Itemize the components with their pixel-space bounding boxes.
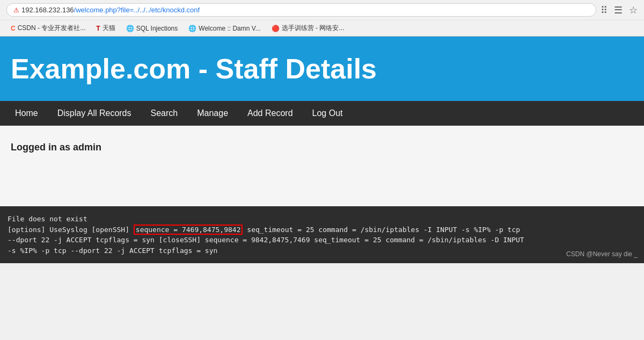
- dvwa-icon: 🌐: [188, 25, 196, 32]
- nav-manage[interactable]: Manage: [187, 101, 238, 126]
- logged-in-message: Logged in as admin: [11, 142, 633, 153]
- csdn-watermark: CSDN @Never say die _: [566, 249, 638, 259]
- browser-icons: ⠿ ☰ ☆: [601, 4, 638, 16]
- bookmark-dvwa[interactable]: 🌐 Welcome :: Damn V...: [184, 24, 265, 33]
- csdn-logo: C: [11, 25, 16, 32]
- bookmark-tmall[interactable]: T 天猫: [92, 23, 119, 34]
- navigation: Home Display All Records Search Manage A…: [0, 101, 644, 126]
- browser-chrome: ⚠ 192.168.232.136/welcome.php?file=../..…: [0, 0, 644, 37]
- nav-search[interactable]: Search: [141, 101, 188, 126]
- output-line2-post: seq_timeout = 25 command = /sbin/iptable…: [243, 226, 520, 234]
- bookmark-icon[interactable]: ☆: [629, 4, 638, 16]
- nav-display-all[interactable]: Display All Records: [48, 101, 141, 126]
- output-line1: File does not exist: [8, 214, 636, 225]
- address-bar: ⚠ 192.168.232.136/welcome.php?file=../..…: [0, 0, 644, 20]
- bookmark-csdn[interactable]: C CSDN - 专业开发者社...: [6, 23, 90, 34]
- output-line2: [options] UseSyslog [openSSH] sequence =…: [8, 225, 636, 235]
- url-path: /welcome.php?file=../../../etc/knockd.co…: [74, 6, 200, 14]
- training-icon: 🔴: [272, 25, 280, 32]
- output-line4: -s %IP% -p tcp --dport 22 -j ACCEPT tcpf…: [8, 245, 636, 256]
- sql-icon: 🌐: [126, 25, 134, 32]
- page-header: Example.com - Staff Details: [0, 37, 644, 101]
- page-title: Example.com - Staff Details: [11, 53, 633, 85]
- nav-logout[interactable]: Log Out: [303, 101, 353, 126]
- main-content: Logged in as admin: [0, 126, 644, 206]
- url-text: 192.168.232.136/welcome.php?file=../../.…: [21, 6, 200, 14]
- qr-icon[interactable]: ⠿: [601, 4, 608, 16]
- bookmarks-bar: C CSDN - 专业开发者社... T 天猫 🌐 SQL Injections…: [0, 20, 644, 36]
- bookmark-training[interactable]: 🔴 选手训练营 - 网络安...: [267, 23, 349, 34]
- output-line3: --dport 22 -j ACCEPT tcpflags = syn [clo…: [8, 235, 636, 245]
- nav-home[interactable]: Home: [5, 101, 48, 126]
- output-highlight: sequence = 7469,8475,9842: [134, 225, 243, 235]
- menu-icon[interactable]: ☰: [614, 4, 623, 16]
- output-area: File does not exist [options] UseSyslog …: [0, 206, 644, 263]
- nav-add-record[interactable]: Add Record: [238, 101, 303, 126]
- bookmark-sql[interactable]: 🌐 SQL Injections: [122, 24, 182, 33]
- tmall-logo: T: [96, 25, 100, 32]
- address-field[interactable]: ⚠ 192.168.232.136/welcome.php?file=../..…: [6, 3, 596, 17]
- security-icon: ⚠: [13, 6, 19, 14]
- output-line2-pre: [options] UseSyslog [openSSH]: [8, 226, 134, 234]
